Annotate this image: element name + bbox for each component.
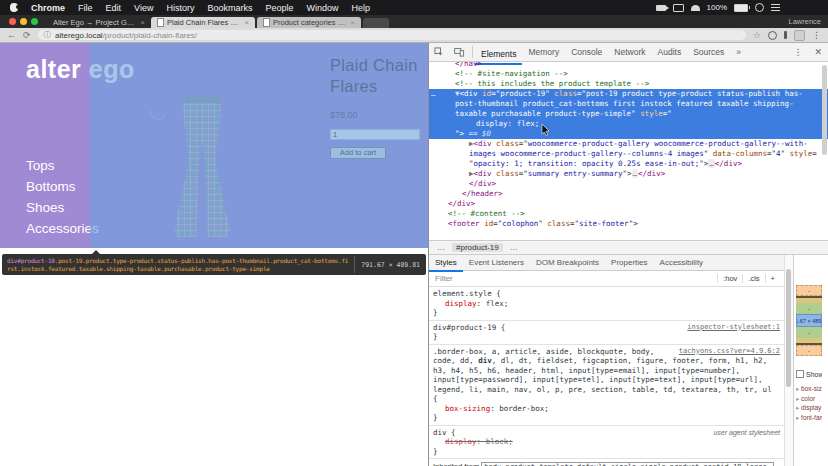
scrollbar-thumb[interactable] [786,269,791,387]
styles-filter-input[interactable] [433,273,717,284]
dom-tree-line[interactable]: post-thumbnail product_cat-bottoms first… [429,99,828,109]
dom-tree-line[interactable]: "> == $0 [429,129,828,139]
back-icon[interactable]: ← [7,30,16,40]
css-rule[interactable]: inspector-stylesheet:1div#product-19 {} [429,321,784,345]
show-all-checkbox[interactable]: Show all [796,370,822,378]
dom-tree-line[interactable]: images woocommerce-product-gallery--colu… [429,149,828,159]
clock-icon[interactable] [755,3,764,12]
stylesheet-link[interactable]: inspector-stylesheet:1 [687,323,780,333]
styles-tab-dom-breakpoints[interactable]: DOM Breakpoints [530,255,605,270]
site-nav-item-accessories[interactable]: Accessories [26,218,99,239]
breadcrumb-item[interactable]: … [433,243,449,252]
devtools-close-icon[interactable]: ✕ [808,47,828,57]
css-rule[interactable]: element.style {display: flex;} [429,287,784,321]
site-nav-item-tops[interactable]: Tops [26,155,99,176]
dom-tree-line[interactable]: </footer> [429,239,828,240]
dom-scrollbar[interactable] [822,65,827,155]
dom-tree-line[interactable]: "opacity: 1; transition: opacity 0.25s e… [429,159,828,169]
devtools-tab-audits[interactable]: Audits [652,43,688,61]
menu-item-edit[interactable]: Edit [106,3,122,13]
dom-tree-line[interactable]: display: flex; [429,119,828,129]
dom-tree-line[interactable]: </header> [429,189,828,199]
page-info-icon[interactable]: ⓘ [44,30,52,40]
computed-property[interactable]: ▸ font-family [796,413,822,423]
inherited-from-link[interactable]: body.product-template-default.single.sin… [481,462,774,466]
dom-tree-line[interactable] [429,229,828,239]
tab-close-icon[interactable]: × [350,19,355,27]
devtools-tab-memory[interactable]: Memory [522,43,565,61]
reload-icon[interactable]: ⟳ [23,30,31,40]
dom-tree-line[interactable]: <footer id="colophon" class="site-footer… [429,219,828,229]
stylesheet-link[interactable]: tachyons.css?ver=4.9.6:2 [679,347,780,357]
devtools-tab-console[interactable]: Console [565,43,608,61]
styles-tab-styles[interactable]: Styles [429,255,463,272]
css-property[interactable]: box-sizing: border-box; [433,404,780,414]
devtools-tab-»[interactable]: » [730,43,747,61]
menu-item-help[interactable]: Help [351,3,370,13]
close-window-button[interactable] [9,18,16,25]
dom-tree-line[interactable]: taxable purchasable product-type-simple"… [429,109,828,119]
apple-icon[interactable] [10,3,18,12]
site-nav-item-bottoms[interactable]: Bottoms [26,176,99,197]
menu-item-window[interactable]: Window [306,3,338,13]
menu-item-people[interactable]: People [265,3,293,13]
dom-tree-line[interactable]: </div> [429,179,828,189]
screen-share-icon[interactable] [656,5,666,11]
styles-tab-event-listeners[interactable]: Event Listeners [463,255,530,270]
styles-scrollbar[interactable] [784,255,793,466]
styles-tab-properties[interactable]: Properties [605,255,653,270]
extension-icon[interactable] [768,31,777,40]
site-nav-item-shoes[interactable]: Shoes [26,197,99,218]
browser-tab[interactable]: Alter Ego → Project Guide× [47,17,151,28]
tab-close-icon[interactable]: × [244,19,249,27]
css-property[interactable]: display: flex; [433,299,780,309]
device-toolbar-icon[interactable] [449,47,470,57]
bookmark-star-icon[interactable]: ☆ [753,30,761,40]
dom-tree-line[interactable]: <!-- #site-navigation --> [429,69,828,79]
extension-icon-2[interactable] [784,31,787,39]
dom-tree-line[interactable]: </nav> [429,62,828,69]
styles-toggle[interactable]: :hov [717,274,742,283]
dom-tree-line[interactable]: …▼<div id="product-19" class="post-19 pr… [429,89,828,99]
menu-item-view[interactable]: View [134,3,153,13]
styles-toggle[interactable]: + [765,274,780,283]
battery-icon[interactable] [734,4,748,12]
browser-menu-icon[interactable]: ⋮ [812,30,821,40]
menu-item-chrome[interactable]: Chrome [31,3,65,13]
dom-tree-line[interactable]: ▶<div class="summary entry-summary">…</d… [429,169,828,179]
devtools-tab-network[interactable]: Network [608,43,651,61]
new-tab-button[interactable] [363,18,389,28]
box-model-diagram[interactable]: - - 791.67 × 489.81 - - [796,285,822,356]
omnibox[interactable]: ⓘ alterego.local/product/plaid-chain-fla… [38,30,746,40]
minimize-window-button[interactable] [20,18,27,25]
menu-item-history[interactable]: History [166,3,194,13]
css-property[interactable]: display: block; [433,437,780,447]
dom-tree-line[interactable]: </div> [429,199,828,209]
menu-item-bookmarks[interactable]: Bookmarks [207,3,252,13]
wifi-icon[interactable] [691,5,700,11]
devtools-menu-icon[interactable]: ⋮ [787,47,808,57]
tab-close-icon[interactable]: × [140,19,145,27]
computed-property[interactable]: ▸ box-sizing [796,384,822,394]
devtools-tab-sources[interactable]: Sources [687,43,730,61]
display-icon[interactable] [673,4,684,12]
breadcrumb-item[interactable]: #product-19 [452,243,503,252]
breadcrumb-item[interactable]: … [506,243,522,252]
css-rule[interactable]: tachyons.css?ver=4.9.6:2.border-box, a, … [429,345,784,426]
styles-tab-accessibility[interactable]: Accessibility [654,255,710,270]
inspect-element-icon[interactable] [429,47,449,57]
menu-item-file[interactable]: File [78,3,93,13]
browser-tab[interactable]: Plaid Chain Flares – alterego× [151,17,255,28]
zoom-window-button[interactable] [31,18,38,25]
css-rule[interactable]: user agent stylesheetdiv {display: block… [429,426,784,460]
computed-property[interactable]: ▸ display [796,403,822,413]
dom-tree-line[interactable]: <!-- this includes the product template … [429,79,828,89]
profile-avatar[interactable] [794,30,805,41]
checkbox-icon[interactable] [796,370,804,378]
computed-property[interactable]: ▸ color [796,394,822,404]
styles-toggle[interactable]: .cls [742,274,764,283]
browser-tab[interactable]: Product categories « alterego× [257,17,361,28]
notification-center-icon[interactable] [771,4,780,11]
dom-tree-line[interactable]: ▶<div class="woocommerce-product-gallery… [429,139,828,149]
dom-tree-line[interactable]: <!-- #content --> [429,209,828,219]
